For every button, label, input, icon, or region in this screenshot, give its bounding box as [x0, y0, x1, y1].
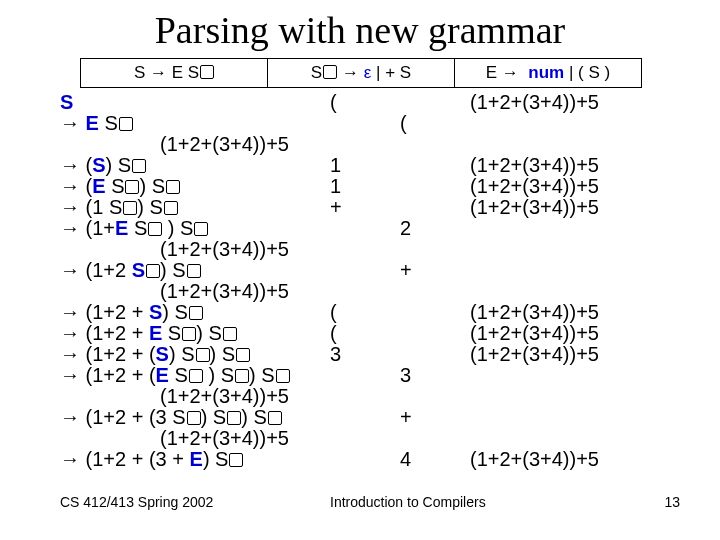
remaining-input: (1+2+(3+4))+5: [470, 449, 680, 470]
prime-icon: [132, 159, 146, 173]
slide-footer: CS 412/413 Spring 2002 Introduction to C…: [60, 494, 680, 510]
sym-S: S: [149, 301, 162, 323]
prime-icon: [223, 327, 237, 341]
context-input: (1+2+(3+4))+5: [60, 386, 430, 407]
rule3-lhs: E: [486, 63, 502, 82]
context-input: (1+2+(3+4))+5: [60, 281, 430, 302]
context-input: (1+2+(3+4))+5: [60, 428, 430, 449]
lookahead-2: 2: [400, 218, 470, 239]
lookahead-2: 4: [400, 449, 470, 470]
arrow-icon: →: [342, 63, 359, 82]
deriv-row: (1+2 + (E S ) S) S 3: [60, 365, 680, 386]
context-input: (1+2+(3+4))+5: [60, 239, 430, 260]
rule-2: S → ε | + S: [268, 59, 455, 87]
sym-S: S: [92, 154, 105, 176]
prime-icon: [189, 306, 203, 320]
deriv-row-context: (1+2+(3+4))+5: [60, 239, 680, 260]
deriv-row-context: (1+2+(3+4))+5: [60, 386, 680, 407]
footer-center: Introduction to Compilers: [330, 494, 580, 510]
rule-1: S → E S: [81, 59, 268, 87]
deriv-row-context: (1+2+(3+4))+5: [60, 281, 680, 302]
num-terminal: num: [528, 63, 564, 82]
lookahead-2: 3: [400, 365, 470, 386]
prime-icon: [194, 222, 208, 236]
lookahead-2: +: [400, 407, 470, 428]
prime-icon: [229, 453, 243, 467]
prime-icon: [268, 411, 282, 425]
deriv-row-context: (1+2+(3+4))+5: [60, 134, 680, 155]
prime-icon: [189, 369, 203, 383]
prime-icon: [200, 65, 214, 79]
prime-icon: [166, 180, 180, 194]
prime-icon: [146, 264, 160, 278]
sym-E: E: [156, 364, 169, 386]
deriv-row: (1+2 + E S) S ( (1+2+(3+4))+5: [60, 323, 680, 344]
rule1-rhs: E S: [172, 63, 199, 82]
remaining-input: (1+2+(3+4))+5: [470, 176, 680, 197]
lookahead-1: 1: [330, 155, 400, 176]
footer-left: CS 412/413 Spring 2002: [60, 494, 330, 510]
context-input: (1+2+(3+4))+5: [60, 134, 430, 155]
deriv-row: (1+2 + S) S ( (1+2+(3+4))+5: [60, 302, 680, 323]
deriv-row: (1+E S ) S 2: [60, 218, 680, 239]
remaining-input: (1+2+(3+4))+5: [470, 302, 680, 323]
deriv-row: (1 S) S + (1+2+(3+4))+5: [60, 197, 680, 218]
sym-S: S: [156, 343, 169, 365]
prime-icon: [123, 201, 137, 215]
prime-icon: [323, 65, 337, 79]
prime-icon: [148, 222, 162, 236]
rule2-tail: | + S: [376, 63, 411, 82]
prime-icon: [196, 348, 210, 362]
deriv-row: (1+2 S) S +: [60, 260, 680, 281]
remaining-input: (1+2+(3+4))+5: [470, 344, 680, 365]
prime-icon: [227, 411, 241, 425]
deriv-row: (S) S 1 (1+2+(3+4))+5: [60, 155, 680, 176]
deriv-row: (1+2 + (S) S) S 3 (1+2+(3+4))+5: [60, 344, 680, 365]
deriv-row: (1+2 + (3 S) S) S +: [60, 407, 680, 428]
remaining-input: (1+2+(3+4))+5: [470, 197, 680, 218]
prime-icon: [164, 201, 178, 215]
sym-S: S: [132, 259, 145, 281]
prime-icon: [236, 348, 250, 362]
sym-E: E: [149, 322, 162, 344]
arrow-icon: →: [502, 63, 519, 82]
deriv-row: S ( (1+2+(3+4))+5: [60, 92, 680, 113]
sym-E: E: [190, 448, 203, 470]
deriv-row: E S (: [60, 113, 680, 134]
prime-icon: [187, 264, 201, 278]
deriv-row: (1+2 + (3 + E) S 4 (1+2+(3+4))+5: [60, 449, 680, 470]
prime-icon: [276, 369, 290, 383]
sym-E: E: [115, 217, 128, 239]
slide-title: Parsing with new grammar: [0, 8, 720, 52]
remaining-input: (1+2+(3+4))+5: [470, 92, 680, 113]
lookahead-1: +: [330, 197, 400, 218]
rule-3: E → num | ( S ): [455, 59, 641, 87]
deriv-row: (E S) S 1 (1+2+(3+4))+5: [60, 176, 680, 197]
sym-E: E: [92, 175, 105, 197]
arrow-icon: →: [150, 63, 167, 82]
prime-icon: [187, 411, 201, 425]
lookahead-1: (: [330, 92, 400, 113]
prime-icon: [182, 327, 196, 341]
sym-E: E: [86, 112, 99, 134]
rule3-tail: | ( S ): [569, 63, 610, 82]
epsilon-symbol: ε: [364, 63, 372, 82]
prime-icon: [119, 117, 133, 131]
lookahead-1: 1: [330, 176, 400, 197]
lookahead-2: +: [400, 260, 470, 281]
rule2-lhs: S: [311, 63, 322, 82]
rule1-lhs: S: [134, 63, 150, 82]
lookahead-2: (: [400, 113, 470, 134]
page-number: 13: [580, 494, 680, 510]
prime-icon: [125, 180, 139, 194]
lookahead-1: (: [330, 302, 400, 323]
derivation-body: S ( (1+2+(3+4))+5 E S ( (1+2+(3+4))+5 (S…: [60, 92, 680, 470]
lookahead-1: (: [330, 323, 400, 344]
remaining-input: (1+2+(3+4))+5: [470, 323, 680, 344]
remaining-input: (1+2+(3+4))+5: [470, 155, 680, 176]
deriv-row-context: (1+2+(3+4))+5: [60, 428, 680, 449]
lookahead-1: 3: [330, 344, 400, 365]
grammar-rules-box: S → E S S → ε | + S E → num | ( S ): [80, 58, 642, 88]
sym-S: S: [60, 91, 73, 113]
prime-icon: [235, 369, 249, 383]
